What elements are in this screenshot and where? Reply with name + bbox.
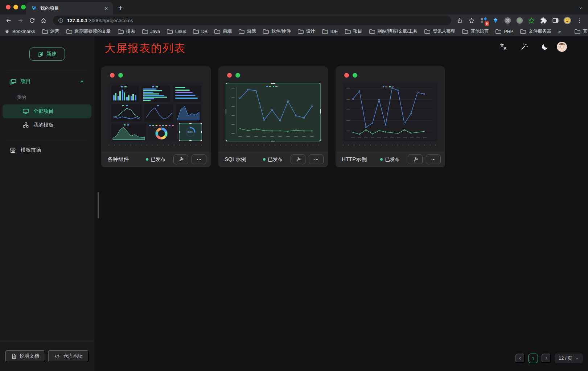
url-path: :3000/#/project/items bbox=[87, 18, 133, 23]
address-bar[interactable]: 127.0.0.1:3000/#/project/items bbox=[53, 16, 451, 25]
bookmark-folder[interactable]: 设计 bbox=[298, 28, 315, 34]
bookmark-folder[interactable]: 搜索 bbox=[118, 28, 135, 34]
bookmark-label: 项目 bbox=[353, 28, 362, 34]
bookmark-this-page-button[interactable] bbox=[468, 17, 476, 25]
window-minimize-button[interactable] bbox=[13, 5, 18, 9]
duplicate-plus-icon bbox=[37, 51, 44, 57]
bookmark-folder[interactable]: 文件服务器 bbox=[520, 28, 551, 34]
chevron-up-icon[interactable] bbox=[79, 79, 85, 84]
reload-button[interactable] bbox=[27, 16, 37, 25]
bookmark-folder[interactable]: Java bbox=[142, 29, 160, 34]
back-button[interactable] bbox=[4, 16, 14, 25]
forward-button[interactable] bbox=[15, 16, 25, 25]
ext-collection-button[interactable]: 9 bbox=[480, 17, 488, 25]
bookmarks-manager[interactable]: Bookmarks bbox=[4, 29, 35, 34]
sidebar-group-label: 项目 bbox=[21, 78, 31, 85]
page-size-select[interactable]: 12 / 页 bbox=[555, 354, 583, 363]
home-button[interactable] bbox=[38, 16, 49, 25]
selection-handle[interactable] bbox=[226, 83, 227, 84]
docs-button[interactable]: 说明文档 bbox=[5, 350, 45, 362]
folder-icon bbox=[142, 29, 148, 34]
page-size-value: 12 / 页 bbox=[559, 355, 572, 362]
scrollbar-thumb[interactable] bbox=[98, 192, 99, 218]
selection-handle[interactable] bbox=[271, 141, 275, 141]
browser-menu-icon[interactable]: ⋮ bbox=[575, 17, 584, 24]
project-preview-thumbnail[interactable] bbox=[226, 83, 321, 141]
macos-window-controls[interactable] bbox=[6, 5, 26, 9]
bookmark-folder[interactable]: 软件/硬件 bbox=[263, 28, 291, 34]
red-dot bbox=[110, 73, 115, 78]
next-page-button[interactable] bbox=[542, 354, 551, 363]
bookmark-folder[interactable]: 近期需要读的文章 bbox=[66, 28, 111, 34]
other-bookmarks-folder[interactable]: 其他书签 bbox=[575, 28, 588, 34]
project-preview-thumbnail[interactable]: 25.00% bbox=[108, 83, 203, 141]
bookmark-folder[interactable]: 其他语言 bbox=[462, 28, 489, 34]
window-close-button[interactable] bbox=[6, 5, 11, 9]
bookmark-folder[interactable]: 项目 bbox=[345, 28, 362, 34]
bookmark-folder[interactable]: 网站/博客/文章/工具 bbox=[369, 28, 418, 34]
ext-command-button[interactable]: ⌘ bbox=[503, 17, 511, 25]
magic-wand-icon[interactable] bbox=[520, 42, 529, 51]
repo-button[interactable]: 仓库地址 bbox=[48, 350, 89, 362]
bookmark-folder[interactable]: 前端 bbox=[214, 28, 232, 34]
extensions-button[interactable] bbox=[539, 17, 547, 25]
project-card[interactable]: SQL示例 已发布 bbox=[218, 66, 328, 167]
create-project-button[interactable]: 新建 bbox=[29, 48, 65, 61]
share-button[interactable] bbox=[456, 17, 464, 25]
bookmarks-bar: Bookmarks 运营 近期需要读的文章 搜索 Java Linux DB 前… bbox=[0, 26, 588, 37]
sidebar-group-project[interactable]: 项目 bbox=[0, 74, 94, 89]
bookmark-folder[interactable]: 资讯未整理 bbox=[424, 28, 456, 34]
sidebar-item-label: 我的模板 bbox=[33, 122, 54, 128]
more-actions-button[interactable] bbox=[426, 154, 441, 164]
bookmark-folder[interactable]: Linux bbox=[167, 29, 186, 34]
edit-project-button[interactable] bbox=[291, 154, 305, 164]
tab-search-chevron-icon[interactable]: ⌄ bbox=[578, 4, 583, 10]
ext-star-button[interactable] bbox=[527, 17, 535, 25]
sidebar-item-my-templates[interactable]: 我的模板 bbox=[3, 118, 91, 132]
dotted-separator bbox=[343, 145, 438, 145]
sidebar-item-label: 模板市场 bbox=[21, 147, 41, 153]
side-panel-button[interactable] bbox=[551, 17, 559, 25]
selection-handle[interactable] bbox=[320, 140, 321, 141]
bookmarks-overflow-button[interactable]: » bbox=[558, 29, 561, 34]
gem-icon bbox=[492, 17, 499, 24]
current-page-button[interactable]: 1 bbox=[529, 354, 538, 363]
bookmark-folder[interactable]: 运营 bbox=[42, 28, 59, 34]
tab-close-icon[interactable]: ✕ bbox=[103, 5, 110, 12]
ext-record-button[interactable] bbox=[515, 17, 523, 25]
url-text[interactable]: 127.0.0.1:3000/#/project/items bbox=[67, 18, 133, 23]
line-chart-thumbnail bbox=[226, 83, 321, 141]
new-tab-button[interactable]: + bbox=[118, 4, 123, 12]
project-preview-thumbnail[interactable] bbox=[343, 83, 438, 141]
site-info-icon[interactable] bbox=[58, 18, 63, 23]
more-actions-button[interactable] bbox=[192, 154, 206, 164]
project-card[interactable]: 25.00% 各种组件 已发布 bbox=[101, 66, 211, 167]
selection-handle[interactable] bbox=[320, 83, 321, 84]
sidebar-item-all-projects[interactable]: 全部项目 bbox=[3, 104, 91, 118]
project-card[interactable]: HTTP示例 已发布 bbox=[336, 66, 445, 167]
browser-tab[interactable]: 我的项目 ✕ bbox=[26, 2, 113, 15]
more-actions-button[interactable] bbox=[309, 154, 324, 164]
selection-handle[interactable] bbox=[320, 109, 321, 114]
url-host: 127.0.0.1 bbox=[67, 18, 87, 23]
selection-handle[interactable] bbox=[226, 109, 226, 114]
bookmark-folder[interactable]: 游戏 bbox=[239, 28, 256, 34]
edit-project-button[interactable] bbox=[408, 154, 423, 164]
bookmark-folder[interactable]: PHP bbox=[496, 29, 513, 34]
user-avatar[interactable] bbox=[557, 42, 567, 52]
browser-profile-button[interactable] bbox=[563, 17, 571, 25]
edit-project-button[interactable] bbox=[173, 154, 188, 164]
bookmark-label: 近期需要读的文章 bbox=[75, 28, 111, 34]
selection-handle[interactable] bbox=[226, 140, 227, 141]
folder-icon bbox=[520, 29, 526, 34]
window-zoom-button[interactable] bbox=[21, 5, 26, 9]
sidebar-item-template-market[interactable]: 模板市场 bbox=[0, 143, 94, 158]
prev-page-button[interactable] bbox=[515, 354, 525, 363]
bookmark-folder[interactable]: IDE bbox=[322, 29, 338, 34]
ext-gem-button[interactable] bbox=[492, 17, 499, 25]
dark-mode-moon-icon[interactable] bbox=[541, 43, 549, 51]
selection-handle[interactable] bbox=[271, 83, 275, 84]
green-dot bbox=[235, 73, 240, 78]
translate-icon[interactable]: 文 A bbox=[499, 42, 508, 51]
bookmark-folder[interactable]: DB bbox=[193, 29, 207, 34]
